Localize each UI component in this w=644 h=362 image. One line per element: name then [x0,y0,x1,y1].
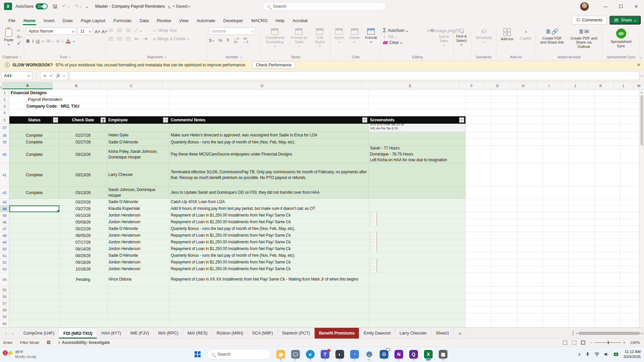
check-date-cell[interactable] [59,293,107,300]
notes-cell[interactable]: Repayment of Loan in $1,250.00 Installme… [169,239,369,246]
empty-cell[interactable] [369,103,466,110]
row-number[interactable]: 56 [0,293,9,300]
increase-decimal-button[interactable]: ←.0.00 [233,37,239,44]
sheet-tab-compone-u4f-[interactable]: CompOne (U4F) [19,328,59,339]
row-number[interactable]: 40 [0,146,9,163]
screenshot-thumbnail[interactable] [371,212,377,219]
notes-cell[interactable] [169,320,369,327]
screenshot-thumbnail[interactable] [371,246,377,252]
sheet-tab-emily-dawood[interactable]: Emily Dawood [359,328,395,339]
increase-indent-button[interactable]: ⇥ [143,36,148,42]
dismiss-notification-icon[interactable]: ✕ [637,62,641,67]
insert-cells-button[interactable]: Insert [332,27,346,44]
employee-cell[interactable]: Jordon Henderson [107,219,169,226]
screenshots-cell[interactable] [369,313,466,320]
check-date-cell[interactable] [59,300,107,307]
copy-button[interactable]: ⧉ [17,35,22,39]
menu-tab-insert[interactable]: Insert [40,15,58,26]
menu-tab-data[interactable]: Data [136,15,152,26]
status-cell[interactable] [9,320,59,327]
tray-expand-icon[interactable]: ∧ [578,352,581,357]
clipboard-dialog-launcher[interactable]: ↘ [19,55,22,59]
notes-cell[interactable]: Quarterly Bonus - runs the last pay of m… [169,252,369,259]
sheet-tab-mai-res-[interactable]: MAI (RES) [183,328,212,339]
employee-cell[interactable]: Sadie D'Alimonte [107,226,169,232]
merge-center-button[interactable]: ⧈ Merge & Center [153,37,189,41]
user-avatar[interactable] [580,2,589,11]
status-cell[interactable]: Complete [9,187,59,199]
header-screenshots[interactable]: Screenshots [369,116,466,124]
column-header-G[interactable]: G [485,82,511,89]
company-code-value[interactable]: NR2, TXU [59,103,107,110]
screenshot-thumbnail[interactable] [371,219,377,226]
status-cell[interactable]: Complete [9,146,59,163]
status-cell[interactable] [9,313,59,320]
align-right-button[interactable] [126,37,130,41]
filter-dropdown-icon[interactable] [163,117,168,122]
font-name-select[interactable]: Aptos Narrow [26,27,76,35]
workbook-title-cell[interactable]: Financial Designs [9,89,107,96]
menu-tab-macro[interactable]: MACRO [248,15,271,26]
notes-cell[interactable]: Repayment of Loan in $1,250.00 Installme… [169,212,369,219]
row-number[interactable]: 4 [0,110,9,116]
check-date-cell[interactable]: 06/05/26 [59,232,107,239]
wrap-text-button[interactable]: ⮐ Wrap Text [153,28,177,33]
check-date-cell[interactable] [59,313,107,320]
screenshots-cell[interactable] [369,252,466,259]
wifi-icon[interactable] [594,352,599,356]
scroll-right-icon[interactable]: ▸ [641,331,643,335]
row-number[interactable]: 44 [0,205,9,212]
screenshots-cell[interactable] [369,163,466,187]
format-as-table-button[interactable]: Format as Table [288,27,310,48]
notes-cell[interactable]: Jess to Update Sarah and Dominque's DD o… [169,187,369,199]
sheet-tab-rizikon-m9h-[interactable]: Rizikon (M9H) [212,328,248,339]
select-all-corner[interactable] [0,82,3,89]
notes-cell[interactable]: Add 8 hours of missing pay from last pay… [169,205,369,212]
sensitivity-button[interactable]: 🏷Sensitivity [474,27,494,44]
screenshot-thumbnail[interactable] [371,239,377,246]
row-number[interactable]: 43 [0,199,9,205]
prev-sheet-icon[interactable]: ‹ [5,331,7,336]
taskbar-search[interactable]: Search [207,349,271,360]
screenshots-cell[interactable] [369,293,466,300]
zoom-in-icon[interactable]: + [623,341,626,345]
row-number[interactable]: 3 [0,103,9,110]
screenshots-cell[interactable] [369,212,466,219]
borders-button[interactable]: ⊞ [47,38,53,44]
column-header-F[interactable]: F [459,82,485,89]
screenshots-cell[interactable] [369,132,466,139]
check-date-cell[interactable]: 09/18/26 [59,259,107,266]
empty-cell[interactable] [169,89,369,96]
scroll-up-icon[interactable]: ▲ [640,89,643,95]
horizontal-scrollbar[interactable]: ◂ ▸ [576,331,643,335]
sheet-tab-benefit-premiums[interactable]: Benefit Premiums [315,328,359,339]
status-cell[interactable]: Complete [9,163,59,187]
screenshots-cell[interactable] [369,273,466,287]
undo-icon[interactable]: ↶ [62,3,69,9]
share-button[interactable]: 🖄Share [609,16,641,24]
empty-cell[interactable] [369,110,466,116]
align-bottom-button[interactable] [126,29,130,32]
save-icon[interactable]: 🖫 [52,4,57,9]
title-search-box[interactable]: Search [263,2,386,11]
menu-tab-acrobat[interactable]: Acrobat [289,15,311,26]
screenshots-cell[interactable] [369,320,466,327]
column-header-D[interactable]: D [163,82,362,89]
employee-cell[interactable]: Sarah Johnson, Dominique Hooper [107,187,169,199]
number-format-select[interactable]: General [209,27,256,35]
macro-record-icon[interactable]: 🖽 [47,340,51,345]
clear-button[interactable]: Clear [383,40,402,45]
screenshots-cell[interactable] [369,199,466,205]
row-number[interactable]: 53 [0,266,9,273]
column-header-H[interactable]: H [511,82,536,89]
employee-cell[interactable] [107,300,169,307]
column-header-K[interactable]: K [588,82,614,89]
menu-tab-draw[interactable]: Draw [59,15,76,26]
employee-cell[interactable] [107,293,169,300]
empty-cell[interactable] [107,89,169,96]
excel-app-icon[interactable]: X [4,3,12,10]
menu-tab-page-layout[interactable]: Page Layout [77,15,109,26]
column-header-L[interactable]: L [614,82,634,89]
check-date-cell[interactable]: 03/20/26 [59,199,107,205]
horizontal-scroll-thumb[interactable] [578,332,640,335]
